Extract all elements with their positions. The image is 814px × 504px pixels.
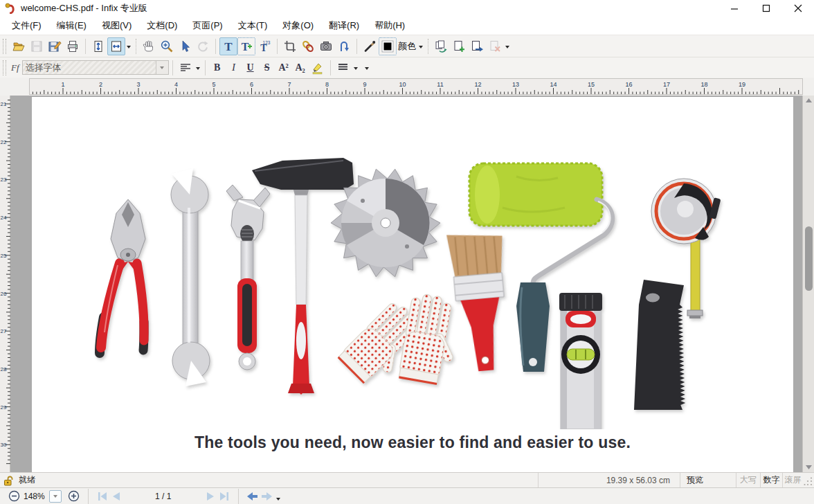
menu-item-help[interactable]: 帮助(H) <box>367 17 413 34</box>
zoom-level-dropdown[interactable] <box>49 490 62 503</box>
menu-item-page[interactable]: 页面(P) <box>185 17 230 34</box>
status-message-panel: 就绪 <box>0 474 538 486</box>
svg-text:6: 6 <box>250 81 253 88</box>
highlight-button[interactable] <box>309 59 327 77</box>
scroll-down-button[interactable] <box>804 464 813 471</box>
font-select-dropdown[interactable] <box>156 61 168 74</box>
svg-text:23: 23 <box>1 177 7 183</box>
reflow-tool-button[interactable] <box>335 37 353 55</box>
line-spacing-button[interactable] <box>334 59 352 77</box>
toolbar-separator <box>136 39 136 54</box>
hand-tool-button[interactable] <box>140 37 158 55</box>
toolbar-separator <box>277 39 278 54</box>
previous-page-button[interactable] <box>109 489 123 503</box>
scrollbar-thumb[interactable] <box>805 226 813 291</box>
export-page-button[interactable] <box>468 37 486 55</box>
fit-options-dropdown[interactable] <box>127 46 131 51</box>
toolbar-separator <box>330 60 331 75</box>
next-page-button[interactable] <box>204 489 217 503</box>
title-bar: welcome-CHS.pdf - Infix 专业版 <box>0 0 814 17</box>
fit-width-button[interactable] <box>107 37 125 55</box>
scroll-up-button[interactable] <box>804 97 813 104</box>
page-indicator: 1 / 1 <box>141 492 186 501</box>
menu-item-translate[interactable]: 翻译(R) <box>321 17 367 34</box>
last-page-button[interactable] <box>217 489 231 503</box>
print-button[interactable] <box>64 37 82 55</box>
svg-text:5: 5 <box>212 81 215 88</box>
align-button[interactable] <box>177 59 195 77</box>
toolbar-grip[interactable] <box>3 39 6 54</box>
tools-illustration <box>32 97 793 429</box>
save-as-button[interactable] <box>46 37 64 55</box>
navbar-overflow-dropdown[interactable] <box>276 498 280 503</box>
link-tool-button[interactable] <box>299 37 317 55</box>
save-button[interactable] <box>28 37 46 55</box>
first-page-button[interactable] <box>96 489 109 503</box>
page-tools-dropdown[interactable] <box>505 46 509 51</box>
circle-minus-icon <box>8 490 20 502</box>
menu-item-edit[interactable]: 编辑(E) <box>49 17 94 34</box>
subscript-button[interactable]: A₂ <box>292 60 309 76</box>
zoom-level-value[interactable]: 148% <box>24 492 45 501</box>
svg-text:4: 4 <box>174 81 178 88</box>
status-bar: 就绪 19.39 x 56.03 cm 预览 大写 数字 滚屏 <box>0 472 814 487</box>
refresh-pages-button[interactable] <box>432 37 450 55</box>
pdf-page[interactable]: The tools you need, now easier to find a… <box>32 97 793 472</box>
bold-button[interactable]: B <box>209 60 226 76</box>
underline-button[interactable]: U <box>242 60 259 76</box>
zoom-tool-button[interactable] <box>158 37 176 55</box>
superscript-button[interactable]: A² <box>275 60 292 76</box>
view-back-button[interactable] <box>246 489 260 503</box>
svg-text:22: 22 <box>1 139 7 145</box>
rotate-tool-button[interactable] <box>194 37 212 55</box>
preview-mode-indicator[interactable]: 预览 <box>680 473 736 487</box>
save-as-icon <box>48 39 62 53</box>
zoom-in-button[interactable] <box>67 489 81 503</box>
close-button[interactable] <box>782 0 814 17</box>
main-toolbar: T T T 123 <box>0 35 814 57</box>
fit-height-button[interactable] <box>89 37 107 55</box>
text-tool-button[interactable]: T <box>219 37 237 55</box>
italic-button[interactable]: I <box>226 60 242 76</box>
font-select[interactable]: 选择字体 <box>22 60 169 75</box>
minimize-button[interactable] <box>718 0 750 17</box>
menu-item-text[interactable]: 文本(T) <box>230 17 275 34</box>
link-icon <box>301 39 315 53</box>
vertical-ruler-ticks: 21222324252627282930 <box>0 96 10 472</box>
window-title: welcome-CHS.pdf - Infix 专业版 <box>21 2 718 15</box>
svg-text:T: T <box>224 39 233 53</box>
view-forward-button[interactable] <box>260 489 273 503</box>
svg-text:26: 26 <box>1 291 7 297</box>
menu-item-object[interactable]: 对象(O) <box>275 17 321 34</box>
svg-text:21: 21 <box>1 101 7 107</box>
insert-page-button[interactable] <box>450 37 468 55</box>
color-swatch-button[interactable] <box>379 37 397 55</box>
open-button[interactable] <box>10 37 28 55</box>
vertical-scrollbar[interactable] <box>802 96 814 472</box>
menu-item-file[interactable]: 文件(F) <box>4 17 49 34</box>
select-tool-button[interactable] <box>176 37 194 55</box>
minimize-icon <box>730 4 739 12</box>
toolbar-grip[interactable] <box>3 60 6 75</box>
svg-text:2: 2 <box>99 81 102 88</box>
eyedropper-button[interactable] <box>361 37 379 55</box>
text-numbering-button[interactable]: T 123 <box>255 37 273 55</box>
color-dropdown[interactable] <box>419 46 423 51</box>
svg-text:19: 19 <box>739 81 745 88</box>
menu-item-document[interactable]: 文档(D) <box>139 17 185 34</box>
strikethrough-button[interactable]: S <box>259 60 275 76</box>
menu-item-view[interactable]: 视图(V) <box>94 17 139 34</box>
zoom-out-button[interactable] <box>7 489 21 503</box>
maximize-button[interactable] <box>750 0 782 17</box>
align-left-icon <box>179 61 192 75</box>
line-spacing-dropdown[interactable] <box>354 67 358 72</box>
add-text-button[interactable]: T <box>237 37 255 55</box>
crop-tool-button[interactable] <box>281 37 299 55</box>
resize-grip[interactable] <box>803 473 814 487</box>
camera-tool-button[interactable] <box>317 37 335 55</box>
add-text-icon: T <box>239 39 253 53</box>
align-dropdown[interactable] <box>196 67 200 72</box>
toolbar-overflow-dropdown[interactable] <box>365 67 369 72</box>
delete-page-button[interactable] <box>486 37 504 55</box>
next-page-icon <box>206 492 215 501</box>
